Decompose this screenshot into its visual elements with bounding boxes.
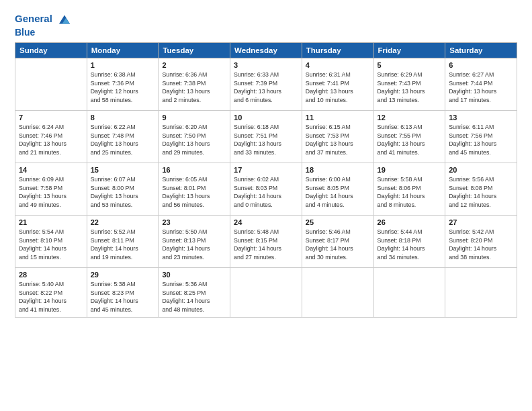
day-info: Sunrise: 6:02 AM Sunset: 8:03 PM Dayligh… (234, 175, 298, 210)
day-info: Sunrise: 6:29 AM Sunset: 7:43 PM Dayligh… (378, 71, 442, 105)
day-cell: 24Sunrise: 5:48 AM Sunset: 8:15 PM Dayli… (230, 215, 302, 267)
day-info: Sunrise: 6:22 AM Sunset: 7:48 PM Dayligh… (91, 123, 155, 157)
day-info: Sunrise: 5:54 AM Sunset: 8:10 PM Dayligh… (19, 228, 83, 262)
day-info: Sunrise: 5:38 AM Sunset: 8:23 PM Dayligh… (91, 280, 155, 314)
day-info: Sunrise: 6:07 AM Sunset: 8:00 PM Dayligh… (91, 175, 155, 210)
day-info: Sunrise: 6:33 AM Sunset: 7:39 PM Dayligh… (234, 71, 298, 105)
col-header-friday: Friday (373, 42, 445, 58)
day-number: 27 (449, 218, 513, 226)
day-info: Sunrise: 6:24 AM Sunset: 7:46 PM Dayligh… (19, 123, 83, 157)
day-info: Sunrise: 6:09 AM Sunset: 7:58 PM Dayligh… (19, 175, 83, 210)
week-row-3: 14Sunrise: 6:09 AM Sunset: 7:58 PM Dayli… (15, 163, 517, 215)
day-cell: 4Sunrise: 6:31 AM Sunset: 7:41 PM Daylig… (302, 58, 373, 110)
day-info: Sunrise: 6:13 AM Sunset: 7:55 PM Dayligh… (378, 123, 442, 157)
logo-blue: Blue (15, 27, 72, 38)
week-row-4: 21Sunrise: 5:54 AM Sunset: 8:10 PM Dayli… (15, 215, 517, 267)
day-info: Sunrise: 6:36 AM Sunset: 7:38 PM Dayligh… (162, 71, 226, 105)
day-number: 6 (449, 61, 513, 69)
day-info: Sunrise: 5:56 AM Sunset: 8:08 PM Dayligh… (449, 175, 513, 210)
day-cell: 21Sunrise: 5:54 AM Sunset: 8:10 PM Dayli… (15, 215, 87, 267)
day-number: 5 (378, 61, 442, 69)
day-number: 4 (306, 61, 370, 69)
day-info: Sunrise: 5:36 AM Sunset: 8:25 PM Dayligh… (162, 280, 226, 314)
day-number: 3 (234, 61, 298, 69)
day-cell (230, 267, 302, 317)
week-row-1: 1Sunrise: 6:38 AM Sunset: 7:36 PM Daylig… (15, 58, 517, 110)
header: General Blue (15, 12, 517, 38)
day-cell (445, 267, 517, 317)
logo-general: General (15, 13, 52, 24)
day-number: 25 (306, 218, 370, 226)
day-info: Sunrise: 6:27 AM Sunset: 7:44 PM Dayligh… (449, 71, 513, 105)
day-cell: 22Sunrise: 5:52 AM Sunset: 8:11 PM Dayli… (87, 215, 159, 267)
logo-icon (57, 12, 72, 27)
calendar-table: SundayMondayTuesdayWednesdayThursdayFrid… (15, 42, 517, 318)
day-cell: 16Sunrise: 6:05 AM Sunset: 8:01 PM Dayli… (159, 163, 230, 215)
day-cell: 28Sunrise: 5:40 AM Sunset: 8:22 PM Dayli… (15, 267, 87, 317)
day-number: 9 (162, 113, 226, 122)
day-info: Sunrise: 5:44 AM Sunset: 8:18 PM Dayligh… (378, 228, 442, 262)
page: General Blue SundayMondayTuesdayWednesda… (0, 0, 532, 411)
day-number: 28 (19, 271, 83, 279)
day-cell: 11Sunrise: 6:15 AM Sunset: 7:53 PM Dayli… (302, 110, 373, 163)
day-cell: 29Sunrise: 5:38 AM Sunset: 8:23 PM Dayli… (87, 267, 159, 317)
day-number: 29 (91, 271, 155, 279)
day-cell: 17Sunrise: 6:02 AM Sunset: 8:03 PM Dayli… (230, 163, 302, 215)
day-number: 14 (19, 166, 83, 174)
day-info: Sunrise: 5:52 AM Sunset: 8:11 PM Dayligh… (91, 228, 155, 262)
day-cell (15, 58, 87, 110)
day-number: 22 (91, 218, 155, 226)
day-cell: 1Sunrise: 6:38 AM Sunset: 7:36 PM Daylig… (87, 58, 159, 110)
day-number: 30 (162, 271, 226, 279)
day-cell: 7Sunrise: 6:24 AM Sunset: 7:46 PM Daylig… (15, 110, 87, 163)
day-number: 24 (234, 218, 298, 226)
day-cell: 8Sunrise: 6:22 AM Sunset: 7:48 PM Daylig… (87, 110, 159, 163)
day-number: 2 (162, 61, 226, 69)
day-info: Sunrise: 6:38 AM Sunset: 7:36 PM Dayligh… (91, 71, 155, 105)
day-info: Sunrise: 5:48 AM Sunset: 8:15 PM Dayligh… (234, 228, 298, 262)
day-info: Sunrise: 5:58 AM Sunset: 8:06 PM Dayligh… (378, 175, 442, 210)
day-cell: 27Sunrise: 5:42 AM Sunset: 8:20 PM Dayli… (445, 215, 517, 267)
day-number: 11 (306, 113, 370, 122)
col-header-thursday: Thursday (302, 42, 373, 58)
day-cell: 14Sunrise: 6:09 AM Sunset: 7:58 PM Dayli… (15, 163, 87, 215)
day-cell: 30Sunrise: 5:36 AM Sunset: 8:25 PM Dayli… (159, 267, 230, 317)
day-cell (302, 267, 373, 317)
day-number: 8 (91, 113, 155, 122)
day-cell (373, 267, 445, 317)
day-info: Sunrise: 6:18 AM Sunset: 7:51 PM Dayligh… (234, 123, 298, 157)
day-cell: 10Sunrise: 6:18 AM Sunset: 7:51 PM Dayli… (230, 110, 302, 163)
col-header-wednesday: Wednesday (230, 42, 302, 58)
logo-text: General (15, 12, 72, 27)
day-cell: 5Sunrise: 6:29 AM Sunset: 7:43 PM Daylig… (373, 58, 445, 110)
day-cell: 12Sunrise: 6:13 AM Sunset: 7:55 PM Dayli… (373, 110, 445, 163)
day-cell: 18Sunrise: 6:00 AM Sunset: 8:05 PM Dayli… (302, 163, 373, 215)
day-cell: 15Sunrise: 6:07 AM Sunset: 8:00 PM Dayli… (87, 163, 159, 215)
day-number: 18 (306, 166, 370, 174)
day-cell: 2Sunrise: 6:36 AM Sunset: 7:38 PM Daylig… (159, 58, 230, 110)
day-number: 10 (234, 113, 298, 122)
col-header-tuesday: Tuesday (159, 42, 230, 58)
col-header-monday: Monday (87, 42, 159, 58)
col-header-sunday: Sunday (15, 42, 87, 58)
day-info: Sunrise: 5:40 AM Sunset: 8:22 PM Dayligh… (19, 280, 83, 314)
day-info: Sunrise: 6:20 AM Sunset: 7:50 PM Dayligh… (162, 123, 226, 157)
day-number: 7 (19, 113, 83, 122)
week-row-2: 7Sunrise: 6:24 AM Sunset: 7:46 PM Daylig… (15, 110, 517, 163)
day-number: 15 (91, 166, 155, 174)
day-cell: 20Sunrise: 5:56 AM Sunset: 8:08 PM Dayli… (445, 163, 517, 215)
day-info: Sunrise: 5:50 AM Sunset: 8:13 PM Dayligh… (162, 228, 226, 262)
day-cell: 3Sunrise: 6:33 AM Sunset: 7:39 PM Daylig… (230, 58, 302, 110)
day-number: 17 (234, 166, 298, 174)
day-number: 21 (19, 218, 83, 226)
day-cell: 13Sunrise: 6:11 AM Sunset: 7:56 PM Dayli… (445, 110, 517, 163)
day-number: 26 (378, 218, 442, 226)
day-number: 16 (162, 166, 226, 174)
day-info: Sunrise: 6:11 AM Sunset: 7:56 PM Dayligh… (449, 123, 513, 157)
day-info: Sunrise: 6:15 AM Sunset: 7:53 PM Dayligh… (306, 123, 370, 157)
day-number: 19 (378, 166, 442, 174)
logo: General Blue (15, 12, 72, 38)
day-cell: 25Sunrise: 5:46 AM Sunset: 8:17 PM Dayli… (302, 215, 373, 267)
day-info: Sunrise: 5:42 AM Sunset: 8:20 PM Dayligh… (449, 228, 513, 262)
day-cell: 26Sunrise: 5:44 AM Sunset: 8:18 PM Dayli… (373, 215, 445, 267)
